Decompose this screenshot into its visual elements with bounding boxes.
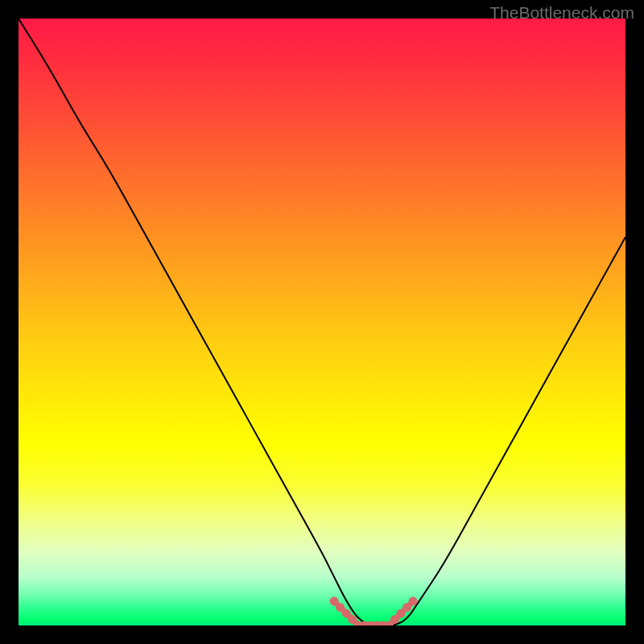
curve-svg xyxy=(19,19,625,625)
watermark-text: TheBottleneck.com xyxy=(489,3,634,23)
chart-container: TheBottleneck.com xyxy=(0,0,644,644)
bottleneck-curve xyxy=(19,19,625,625)
valley-dot xyxy=(409,597,418,605)
